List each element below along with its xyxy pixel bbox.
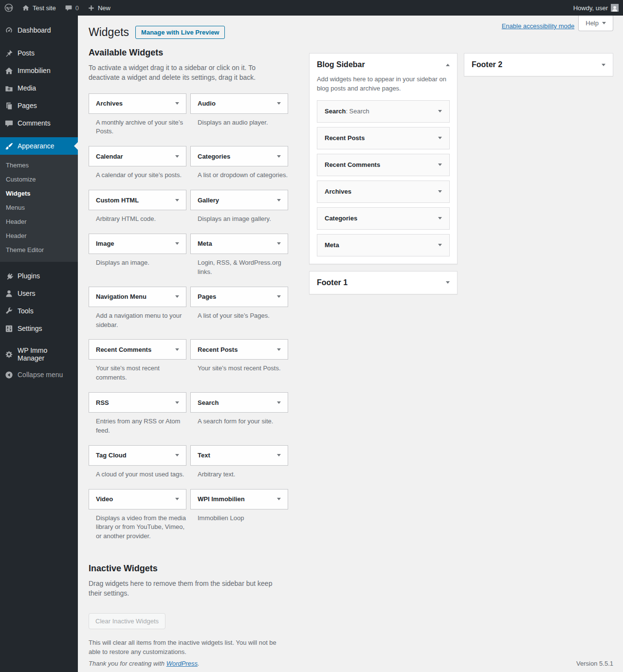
widget-card[interactable]: Gallery [190,190,288,210]
account-menu[interactable]: Howdy, user [569,0,623,16]
panel-title: Blog Sidebar [317,60,365,69]
chevron-down-icon[interactable] [277,242,281,245]
chevron-down-icon[interactable] [175,348,179,351]
chevron-down-icon[interactable] [277,199,281,201]
submenu-item-themes[interactable]: Themes [0,158,78,172]
chevron-down-icon[interactable] [175,102,179,105]
enable-accessibility-link[interactable]: Enable accessibility mode [502,22,575,30]
widget-card[interactable]: Custom HTML [89,190,186,210]
comments-menu[interactable]: 0 [60,0,83,16]
sidebar-item-comments[interactable]: Comments [0,114,78,132]
widget-card[interactable]: Audio [190,93,288,114]
chevron-down-icon[interactable] [438,190,442,193]
wordpress-logo-icon[interactable] [0,0,18,16]
camera-icon [4,83,14,93]
chevron-down-icon[interactable] [175,199,179,201]
widget-description: Login, RSS, & WordPress.org links. [198,258,288,277]
submenu-item-customize[interactable]: Customize [0,172,78,186]
widget-card[interactable]: RSS [89,392,186,413]
sidebar-widget-categories[interactable]: Categories [317,207,450,230]
chevron-down-icon[interactable] [277,498,281,500]
sidebar-item-plugins[interactable]: Plugins [0,267,78,285]
widget-card[interactable]: Recent Comments [89,339,186,360]
widget-card[interactable]: Archives [89,93,186,114]
widget-card[interactable]: Calendar [89,146,186,166]
main-content: Enable accessibility mode Help Widgets M… [78,16,623,672]
chevron-down-icon[interactable] [277,155,281,158]
chevron-down-icon[interactable] [175,155,179,158]
blog-sidebar-toggle[interactable]: Blog Sidebar [310,54,457,76]
widget-card[interactable]: Image [89,234,186,254]
widget-title: Archives [96,100,123,107]
widget-title: Search [198,399,219,406]
chevron-down-icon[interactable] [175,498,179,500]
sidebar-widget-archives[interactable]: Archives [317,181,450,203]
submenu-item-theme-editor[interactable]: Theme Editor [0,243,78,257]
widget-card[interactable]: Categories [190,146,288,166]
sidebar-item-immobilien[interactable]: Immobilien [0,62,78,79]
widget-audio: Audio Displays an audio player. [190,93,288,146]
widget-title: RSS [96,399,109,406]
chevron-down-icon[interactable] [438,137,442,139]
chevron-down-icon[interactable] [277,401,281,404]
widget-card[interactable]: Pages [190,287,288,307]
chevron-down-icon[interactable] [438,110,442,112]
user-icon [4,289,14,298]
sidebar-item-tools[interactable]: Tools [0,302,78,320]
sidebar-item-posts[interactable]: Posts [0,44,78,62]
chevron-down-icon[interactable] [438,163,442,166]
footer-1-toggle[interactable]: Footer 1 [310,272,457,294]
chevron-down-icon[interactable] [446,281,450,284]
chevron-down-icon[interactable] [175,401,179,404]
chevron-down-icon[interactable] [602,64,605,66]
manage-live-preview-button[interactable]: Manage with Live Preview [135,26,225,39]
sidebar-item-appearance[interactable]: Appearance [0,137,78,155]
widget-description: A calendar of your site’s posts. [96,171,186,180]
widget-card[interactable]: Text [190,445,288,466]
widget-card[interactable]: Video [89,489,186,509]
sidebar-item-collapse-menu[interactable]: Collapse menu [0,366,78,383]
sidebar-widget-search[interactable]: Search: Search [317,100,450,123]
submenu-item-widgets[interactable]: Widgets [0,186,78,200]
chevron-down-icon[interactable] [438,217,442,219]
sidebar-item-dashboard[interactable]: Dashboard [0,21,78,39]
chevron-down-icon[interactable] [175,242,179,245]
sidebar-widget-meta[interactable]: Meta [317,234,450,256]
dashboard-icon [4,25,14,35]
chevron-down-icon[interactable] [438,244,442,246]
wordpress-link[interactable]: WordPress [166,660,198,667]
submenu-item-header[interactable]: Header [0,215,78,229]
widget-title: Search [325,108,346,115]
sidebar-item-settings[interactable]: Settings [0,320,78,337]
clear-inactive-widgets-button[interactable]: Clear Inactive Widgets [89,613,165,629]
chevron-down-icon[interactable] [175,295,179,298]
widget-card[interactable]: WPI Immobilien [190,489,288,509]
widget-card[interactable]: Recent Posts [190,339,288,360]
sidebar-widget-recent-comments[interactable]: Recent Comments [317,154,450,176]
inactive-widgets-note: This will clear all items from the inact… [89,638,283,657]
submenu-item-menus[interactable]: Menus [0,200,78,215]
sidebar-item-users[interactable]: Users [0,285,78,302]
chevron-down-icon[interactable] [175,454,179,456]
chevron-up-icon[interactable] [446,64,450,66]
new-menu[interactable]: New [83,0,115,16]
admin-bar: Test site 0 New Howdy, user [0,0,623,16]
site-name-menu[interactable]: Test site [18,0,60,16]
sidebar-item-media[interactable]: Media [0,79,78,97]
sidebar-widget-recent-posts[interactable]: Recent Posts [317,127,450,149]
chevron-down-icon[interactable] [277,295,281,298]
widget-title: Text [198,452,210,459]
widget-title: Gallery [198,197,219,204]
sidebar-item-wp-immo-manager[interactable]: WP Immo Manager [0,343,78,366]
submenu-item-header-2[interactable]: Header [0,229,78,243]
chevron-down-icon[interactable] [277,102,281,105]
sidebar-item-pages[interactable]: Pages [0,97,78,114]
widget-card[interactable]: Tag Cloud [89,445,186,466]
chevron-down-icon[interactable] [277,454,281,456]
chevron-down-icon[interactable] [277,348,281,351]
widget-card[interactable]: Meta [190,234,288,254]
widget-card[interactable]: Navigation Menu [89,287,186,307]
footer-2-toggle[interactable]: Footer 2 [464,54,613,76]
help-tab[interactable]: Help [578,16,613,31]
widget-card[interactable]: Search [190,392,288,413]
